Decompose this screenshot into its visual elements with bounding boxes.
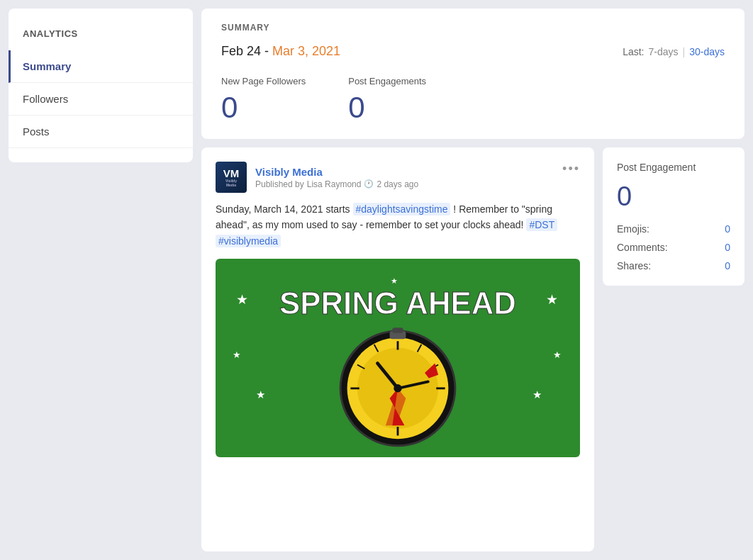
summary-header: SUMMARY Feb 24 - Mar 3, 2021 Last: 7-day… bbox=[201, 9, 744, 139]
post-header: VM VisiblyMedia Visibly Media Published … bbox=[216, 162, 580, 193]
published-prefix: Published by bbox=[255, 179, 304, 189]
sidebar-item-followers[interactable]: Followers bbox=[9, 83, 193, 116]
metric-engagements-label: Post Engagements bbox=[348, 76, 426, 86]
post-meta: Visibly Media Published by Lisa Raymond … bbox=[255, 166, 418, 189]
date-range: Feb 24 - Mar 3, 2021 bbox=[221, 44, 340, 59]
shares-value: 0 bbox=[725, 260, 730, 271]
time-ago: 2 days ago bbox=[376, 179, 418, 189]
post-image: ★ ★ ★ ★ ★ ★ ★ SPRING AHEAD bbox=[216, 259, 580, 457]
hashtag-dst: #DST bbox=[526, 218, 557, 231]
metric-followers-label: New Page Followers bbox=[221, 76, 306, 86]
svg-text:★: ★ bbox=[391, 276, 398, 285]
post-more-button[interactable]: ••• bbox=[562, 162, 580, 177]
period-7-days[interactable]: 7-days bbox=[649, 46, 679, 57]
sidebar-item-summary[interactable]: Summary bbox=[9, 50, 193, 83]
date-end: Mar 3, 2021 bbox=[272, 44, 340, 58]
shares-row: Shares: 0 bbox=[617, 260, 730, 271]
svg-text:★: ★ bbox=[236, 292, 248, 307]
engagement-card: Post Engagement 0 Emojis: 0 Comments: 0 … bbox=[603, 147, 744, 286]
post-area: VM VisiblyMedia Visibly Media Published … bbox=[201, 147, 744, 551]
engagement-value: 0 bbox=[617, 181, 730, 212]
svg-text:★: ★ bbox=[233, 349, 241, 360]
emojis-value: 0 bbox=[725, 223, 730, 235]
hashtag-visiblymedia: #visiblymedia bbox=[216, 235, 281, 247]
period-divider: | bbox=[683, 46, 686, 57]
main-content: SUMMARY Feb 24 - Mar 3, 2021 Last: 7-day… bbox=[201, 0, 753, 560]
post-header-left: VM VisiblyMedia Visibly Media Published … bbox=[216, 162, 418, 193]
shares-label: Shares: bbox=[617, 260, 651, 271]
engagement-title: Post Engagement bbox=[617, 162, 730, 173]
post-avatar: VM VisiblyMedia bbox=[216, 162, 247, 193]
date-range-row: Feb 24 - Mar 3, 2021 Last: 7-days | 30-d… bbox=[221, 44, 725, 59]
clock-icon: 🕐 bbox=[364, 179, 374, 189]
metric-new-followers: New Page Followers 0 bbox=[221, 76, 306, 125]
comments-label: Comments: bbox=[617, 242, 668, 253]
publisher-name: Lisa Raymond bbox=[307, 179, 362, 189]
svg-text:★: ★ bbox=[532, 388, 542, 401]
svg-point-25 bbox=[394, 384, 401, 392]
metric-followers-value: 0 bbox=[221, 91, 306, 125]
post-author: Visibly Media bbox=[255, 166, 418, 178]
metric-engagements-value: 0 bbox=[348, 91, 426, 125]
metric-post-engagements: Post Engagements 0 bbox=[348, 76, 426, 125]
metrics-row: New Page Followers 0 Post Engagements 0 bbox=[221, 76, 725, 125]
last-label: Last: bbox=[623, 46, 644, 57]
svg-text:★: ★ bbox=[546, 292, 558, 307]
date-start: Feb 24 - bbox=[221, 44, 272, 58]
post-published: Published by Lisa Raymond 🕐 2 days ago bbox=[255, 179, 418, 189]
sidebar: ANALYTICS Summary Followers Posts bbox=[9, 9, 193, 162]
svg-text:SPRING AHEAD: SPRING AHEAD bbox=[279, 286, 516, 320]
emojis-label: Emojis: bbox=[617, 223, 649, 235]
svg-rect-27 bbox=[392, 327, 403, 333]
sidebar-title: ANALYTICS bbox=[9, 23, 193, 50]
hashtag-dst-full: #daylightsavingstime bbox=[353, 203, 451, 215]
engagement-stats: Emojis: 0 Comments: 0 Shares: 0 bbox=[617, 223, 730, 271]
svg-text:★: ★ bbox=[256, 388, 265, 401]
comments-row: Comments: 0 bbox=[617, 242, 730, 253]
post-card: VM VisiblyMedia Visibly Media Published … bbox=[201, 147, 594, 551]
sidebar-item-posts[interactable]: Posts bbox=[9, 116, 193, 148]
svg-text:★: ★ bbox=[553, 349, 562, 360]
summary-label: SUMMARY bbox=[221, 23, 725, 33]
period-30-days[interactable]: 30-days bbox=[689, 46, 725, 57]
comments-value: 0 bbox=[725, 242, 730, 253]
post-text: Sunday, March 14, 2021 starts #daylights… bbox=[216, 201, 580, 249]
emojis-row: Emojis: 0 bbox=[617, 223, 730, 235]
last-period: Last: 7-days | 30-days bbox=[623, 46, 725, 57]
